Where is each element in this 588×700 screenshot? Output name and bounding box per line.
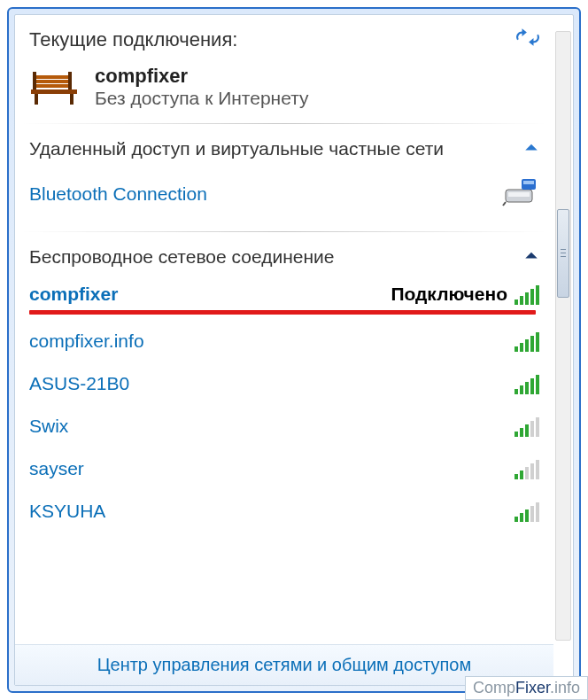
svg-rect-40 <box>525 509 529 522</box>
svg-rect-41 <box>530 506 534 522</box>
svg-rect-7 <box>68 72 72 89</box>
svg-rect-18 <box>514 346 518 352</box>
svg-rect-5 <box>70 94 74 105</box>
svg-rect-2 <box>33 84 72 88</box>
wifi-item[interactable]: ASUS-21B0 <box>29 362 539 405</box>
refresh-icon[interactable] <box>516 26 539 54</box>
svg-line-12 <box>503 202 506 206</box>
footer-link-text[interactable]: Центр управления сетями и общим доступом <box>97 655 472 675</box>
scrollbar[interactable] <box>555 31 571 641</box>
svg-rect-9 <box>508 192 530 197</box>
network-name: compfixer.info <box>29 331 144 352</box>
svg-rect-34 <box>520 471 523 479</box>
connection-name: compfixer <box>95 65 309 88</box>
svg-rect-33 <box>514 474 518 479</box>
network-name: Swix <box>29 416 68 437</box>
chevron-up-icon <box>523 246 539 268</box>
network-name: sayser <box>29 458 84 479</box>
svg-rect-6 <box>33 72 36 89</box>
divider <box>22 123 546 124</box>
dialup-item[interactable]: Bluetooth Connection <box>29 165 539 222</box>
section-title: Удаленный доступ и виртуальные частные с… <box>29 138 444 159</box>
svg-rect-0 <box>33 75 72 79</box>
chevron-up-icon <box>523 138 539 159</box>
signal-icon <box>514 373 539 394</box>
svg-rect-29 <box>520 428 523 437</box>
svg-rect-3 <box>31 89 77 94</box>
current-connections-header: Текущие подключения: <box>29 26 539 54</box>
bench-icon <box>29 66 86 107</box>
network-name: compfixer <box>29 284 118 305</box>
wifi-item[interactable]: KSYUHA <box>29 490 539 533</box>
section-title: Беспроводное сетевое соединение <box>29 246 334 268</box>
signal-icon <box>514 501 539 522</box>
wifi-item[interactable]: Swix <box>29 405 539 447</box>
signal-icon <box>514 416 539 437</box>
watermark: CompFixer.info <box>465 676 588 700</box>
svg-rect-11 <box>523 181 534 184</box>
svg-rect-39 <box>520 513 523 522</box>
svg-rect-38 <box>514 517 518 522</box>
svg-rect-37 <box>536 460 539 479</box>
svg-rect-23 <box>514 389 518 394</box>
svg-rect-20 <box>525 339 529 352</box>
dialup-section-header[interactable]: Удаленный доступ и виртуальные частные с… <box>29 133 539 165</box>
svg-rect-24 <box>520 385 523 394</box>
svg-rect-17 <box>536 285 539 305</box>
svg-rect-31 <box>530 421 534 437</box>
modem-icon <box>502 175 539 212</box>
svg-rect-1 <box>33 80 72 83</box>
svg-rect-26 <box>530 378 534 394</box>
divider <box>22 231 546 232</box>
wifi-item[interactable]: sayser <box>29 447 539 490</box>
svg-rect-14 <box>520 296 523 305</box>
wifi-item[interactable]: compfixer.info <box>29 320 539 362</box>
svg-rect-42 <box>536 502 539 522</box>
signal-icon <box>514 331 539 352</box>
svg-rect-28 <box>514 432 518 437</box>
network-name: ASUS-21B0 <box>29 373 129 394</box>
highlight-underline <box>29 310 536 315</box>
svg-rect-4 <box>35 94 38 105</box>
svg-rect-35 <box>525 467 529 479</box>
svg-rect-32 <box>536 417 539 437</box>
network-status: Подключено <box>391 284 507 305</box>
svg-rect-13 <box>514 299 518 305</box>
svg-rect-36 <box>530 463 534 479</box>
svg-rect-30 <box>525 424 529 437</box>
wireless-section-header[interactable]: Беспроводное сетевое соединение <box>29 241 539 273</box>
current-connection-item[interactable]: compfixer Без доступа к Интернету <box>29 59 539 114</box>
svg-rect-25 <box>525 382 529 394</box>
svg-rect-19 <box>520 343 523 352</box>
network-name: Bluetooth Connection <box>29 183 207 205</box>
svg-rect-15 <box>525 292 529 305</box>
wifi-item-connected[interactable]: compfixer Подключено <box>29 273 539 315</box>
signal-icon <box>514 458 539 479</box>
svg-rect-22 <box>536 332 539 352</box>
svg-rect-27 <box>536 375 539 394</box>
svg-rect-16 <box>530 289 534 305</box>
connection-status: Без доступа к Интернету <box>95 88 309 109</box>
network-name: KSYUHA <box>29 501 105 522</box>
scrollbar-thumb[interactable] <box>557 209 569 298</box>
header-title: Текущие подключения: <box>29 28 237 51</box>
signal-icon <box>514 284 539 305</box>
svg-rect-21 <box>530 336 534 352</box>
